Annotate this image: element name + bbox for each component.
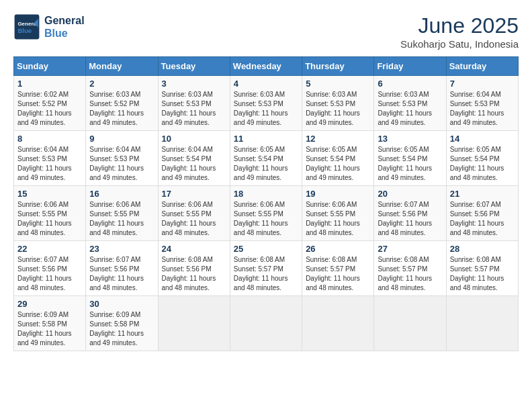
day-number: 13 (378, 134, 442, 144)
calendar-cell (446, 296, 518, 351)
day-info: Sunrise: 6:08 AM Sunset: 5:57 PM Dayligh… (450, 255, 515, 293)
day-info: Sunrise: 6:05 AM Sunset: 5:54 PM Dayligh… (234, 145, 298, 183)
calendar-week-row: 8 Sunrise: 6:04 AM Sunset: 5:53 PM Dayli… (14, 131, 519, 186)
calendar-cell: 14 Sunrise: 6:05 AM Sunset: 5:54 PM Dayl… (446, 131, 518, 186)
day-number: 5 (306, 79, 370, 89)
day-number: 8 (17, 134, 82, 144)
calendar-cell: 30 Sunrise: 6:09 AM Sunset: 5:58 PM Dayl… (86, 296, 158, 351)
calendar-cell: 16 Sunrise: 6:06 AM Sunset: 5:55 PM Dayl… (86, 186, 158, 241)
calendar-cell: 23 Sunrise: 6:07 AM Sunset: 5:56 PM Dayl… (86, 241, 158, 296)
calendar-cell: 11 Sunrise: 6:05 AM Sunset: 5:54 PM Dayl… (230, 131, 302, 186)
day-number: 4 (234, 79, 298, 89)
day-number: 15 (17, 189, 82, 199)
day-info: Sunrise: 6:07 AM Sunset: 5:56 PM Dayligh… (378, 200, 442, 238)
calendar-cell: 17 Sunrise: 6:06 AM Sunset: 5:55 PM Dayl… (158, 186, 230, 241)
day-info: Sunrise: 6:06 AM Sunset: 5:55 PM Dayligh… (17, 200, 82, 238)
weekday-header-thursday: Thursday (302, 57, 374, 76)
logo-icon: General Blue (13, 13, 40, 40)
calendar-cell: 8 Sunrise: 6:04 AM Sunset: 5:53 PM Dayli… (14, 131, 86, 186)
day-info: Sunrise: 6:05 AM Sunset: 5:54 PM Dayligh… (450, 145, 515, 183)
calendar-cell: 19 Sunrise: 6:06 AM Sunset: 5:55 PM Dayl… (302, 186, 374, 241)
day-info: Sunrise: 6:08 AM Sunset: 5:57 PM Dayligh… (306, 255, 370, 293)
day-number: 30 (89, 299, 154, 309)
calendar-cell: 1 Sunrise: 6:02 AM Sunset: 5:52 PM Dayli… (14, 76, 86, 131)
day-info: Sunrise: 6:07 AM Sunset: 5:56 PM Dayligh… (89, 255, 154, 293)
calendar-cell: 9 Sunrise: 6:04 AM Sunset: 5:53 PM Dayli… (86, 131, 158, 186)
svg-text:Blue: Blue (17, 27, 32, 34)
weekday-header-friday: Friday (374, 57, 446, 76)
day-number: 22 (17, 244, 82, 254)
calendar-cell: 25 Sunrise: 6:08 AM Sunset: 5:57 PM Dayl… (230, 241, 302, 296)
calendar-cell: 13 Sunrise: 6:05 AM Sunset: 5:54 PM Dayl… (374, 131, 446, 186)
calendar-cell: 15 Sunrise: 6:06 AM Sunset: 5:55 PM Dayl… (14, 186, 86, 241)
calendar-cell: 22 Sunrise: 6:07 AM Sunset: 5:56 PM Dayl… (14, 241, 86, 296)
calendar-cell (230, 296, 302, 351)
day-number: 17 (162, 189, 226, 199)
day-info: Sunrise: 6:05 AM Sunset: 5:54 PM Dayligh… (378, 145, 442, 183)
day-number: 18 (234, 189, 298, 199)
day-info: Sunrise: 6:03 AM Sunset: 5:53 PM Dayligh… (234, 90, 298, 128)
day-number: 28 (450, 244, 515, 254)
day-info: Sunrise: 6:06 AM Sunset: 5:55 PM Dayligh… (89, 200, 154, 238)
day-info: Sunrise: 6:06 AM Sunset: 5:55 PM Dayligh… (306, 200, 370, 238)
calendar-cell: 7 Sunrise: 6:04 AM Sunset: 5:53 PM Dayli… (446, 76, 518, 131)
calendar-cell: 3 Sunrise: 6:03 AM Sunset: 5:53 PM Dayli… (158, 76, 230, 131)
calendar-title: June 2025 (400, 13, 519, 38)
day-number: 25 (234, 244, 298, 254)
day-number: 16 (89, 189, 154, 199)
day-number: 7 (450, 79, 515, 89)
day-number: 24 (162, 244, 226, 254)
calendar-cell: 18 Sunrise: 6:06 AM Sunset: 5:55 PM Dayl… (230, 186, 302, 241)
title-area: June 2025 Sukoharjo Satu, Indonesia (400, 13, 519, 50)
day-info: Sunrise: 6:08 AM Sunset: 5:57 PM Dayligh… (378, 255, 442, 293)
day-info: Sunrise: 6:07 AM Sunset: 5:56 PM Dayligh… (17, 255, 82, 293)
weekday-header-tuesday: Tuesday (158, 57, 230, 76)
weekday-header-saturday: Saturday (446, 57, 518, 76)
day-number: 26 (306, 244, 370, 254)
logo-general: General (44, 14, 85, 27)
calendar-week-row: 1 Sunrise: 6:02 AM Sunset: 5:52 PM Dayli… (14, 76, 519, 131)
calendar-cell: 26 Sunrise: 6:08 AM Sunset: 5:57 PM Dayl… (302, 241, 374, 296)
day-info: Sunrise: 6:08 AM Sunset: 5:56 PM Dayligh… (162, 255, 226, 293)
day-info: Sunrise: 6:03 AM Sunset: 5:53 PM Dayligh… (162, 90, 226, 128)
calendar-week-row: 29 Sunrise: 6:09 AM Sunset: 5:58 PM Dayl… (14, 296, 519, 351)
calendar-week-row: 22 Sunrise: 6:07 AM Sunset: 5:56 PM Dayl… (14, 241, 519, 296)
calendar-cell: 21 Sunrise: 6:07 AM Sunset: 5:56 PM Dayl… (446, 186, 518, 241)
day-number: 10 (162, 134, 226, 144)
weekday-header-wednesday: Wednesday (230, 57, 302, 76)
day-info: Sunrise: 6:03 AM Sunset: 5:53 PM Dayligh… (378, 90, 442, 128)
day-number: 19 (306, 189, 370, 199)
day-info: Sunrise: 6:06 AM Sunset: 5:55 PM Dayligh… (234, 200, 298, 238)
calendar-cell: 2 Sunrise: 6:03 AM Sunset: 5:52 PM Dayli… (86, 76, 158, 131)
day-info: Sunrise: 6:08 AM Sunset: 5:57 PM Dayligh… (234, 255, 298, 293)
day-number: 27 (378, 244, 442, 254)
calendar-cell (374, 296, 446, 351)
calendar-cell: 27 Sunrise: 6:08 AM Sunset: 5:57 PM Dayl… (374, 241, 446, 296)
day-info: Sunrise: 6:03 AM Sunset: 5:53 PM Dayligh… (306, 90, 370, 128)
day-number: 21 (450, 189, 515, 199)
day-info: Sunrise: 6:02 AM Sunset: 5:52 PM Dayligh… (17, 90, 82, 128)
day-number: 9 (89, 134, 154, 144)
calendar-cell: 10 Sunrise: 6:04 AM Sunset: 5:54 PM Dayl… (158, 131, 230, 186)
day-number: 12 (306, 134, 370, 144)
calendar-cell: 4 Sunrise: 6:03 AM Sunset: 5:53 PM Dayli… (230, 76, 302, 131)
day-info: Sunrise: 6:03 AM Sunset: 5:52 PM Dayligh… (89, 90, 154, 128)
calendar-cell: 28 Sunrise: 6:08 AM Sunset: 5:57 PM Dayl… (446, 241, 518, 296)
day-number: 6 (378, 79, 442, 89)
calendar-cell: 29 Sunrise: 6:09 AM Sunset: 5:58 PM Dayl… (14, 296, 86, 351)
page-header: General Blue General Blue June 2025 Suko… (13, 13, 519, 50)
day-info: Sunrise: 6:04 AM Sunset: 5:53 PM Dayligh… (17, 145, 82, 183)
day-info: Sunrise: 6:04 AM Sunset: 5:53 PM Dayligh… (89, 145, 154, 183)
calendar-table: SundayMondayTuesdayWednesdayThursdayFrid… (13, 56, 519, 351)
day-number: 11 (234, 134, 298, 144)
day-info: Sunrise: 6:07 AM Sunset: 5:56 PM Dayligh… (450, 200, 515, 238)
calendar-cell: 5 Sunrise: 6:03 AM Sunset: 5:53 PM Dayli… (302, 76, 374, 131)
day-info: Sunrise: 6:04 AM Sunset: 5:54 PM Dayligh… (162, 145, 226, 183)
calendar-cell: 20 Sunrise: 6:07 AM Sunset: 5:56 PM Dayl… (374, 186, 446, 241)
day-info: Sunrise: 6:04 AM Sunset: 5:53 PM Dayligh… (450, 90, 515, 128)
calendar-cell: 6 Sunrise: 6:03 AM Sunset: 5:53 PM Dayli… (374, 76, 446, 131)
day-number: 23 (89, 244, 154, 254)
logo-blue: Blue (44, 27, 85, 40)
day-info: Sunrise: 6:09 AM Sunset: 5:58 PM Dayligh… (89, 310, 154, 348)
logo: General Blue General Blue (13, 13, 85, 40)
